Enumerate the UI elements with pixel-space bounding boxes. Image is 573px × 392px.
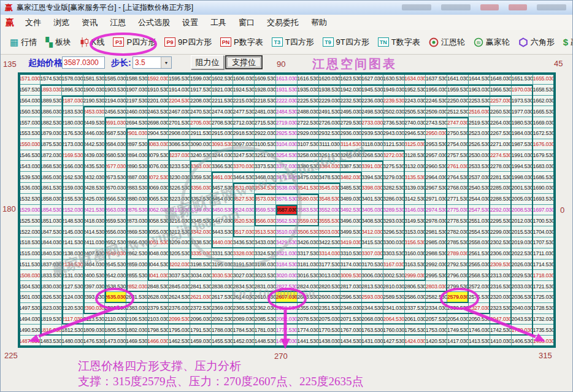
toolbar-button-8[interactable]: T99T四方形 — [318, 34, 374, 50]
menu-item-3[interactable]: 资讯 — [75, 15, 104, 30]
step-select[interactable]: 3.5 ▼ — [133, 56, 172, 69]
grid-cell: 2460.030 — [126, 106, 148, 117]
grid-cell: 2152.030 — [62, 205, 83, 216]
grid-cell: 2670.030 — [105, 183, 126, 194]
grid-cell: 1679.530 — [533, 150, 555, 161]
grid-cell: 1469.530 — [126, 336, 148, 347]
toolbar-button-11[interactable]: Bi赢家轮 — [469, 34, 514, 50]
support-button[interactable]: 支撑位 — [225, 55, 263, 69]
grid-cell: 2211.530 — [212, 96, 233, 107]
grid-cell: 3401.530 — [362, 194, 383, 205]
toolbar-button-13[interactable]: $赢家服务 — [559, 34, 573, 50]
grid-cell: 3387.530 — [340, 161, 362, 172]
menu-item-4[interactable]: 江恩 — [104, 15, 132, 30]
grid-cell: 2624.530 — [169, 292, 190, 303]
grid-cell: 1984.030 — [512, 128, 533, 139]
grid-cell: 1648.030 — [490, 74, 512, 85]
menu-item-2[interactable]: 浏览 — [47, 15, 75, 30]
grid-cell: 3160.030 — [405, 248, 426, 259]
grid-cell: 1686.530 — [533, 172, 555, 183]
grid-cell: 3044.530 — [148, 259, 169, 271]
menu-item-1[interactable]: 文件 — [19, 15, 47, 30]
grid-cell: 2841.530 — [190, 281, 212, 292]
grid-cell: 3048.030 — [148, 248, 169, 259]
chevron-down-icon[interactable]: ▼ — [161, 57, 171, 68]
grid-cell: 1998.030 — [512, 172, 533, 183]
grid-cell: 2446.030 — [83, 128, 105, 139]
grid-cell: 2033.030 — [512, 281, 533, 292]
support-resistance-cell: 2607.030 — [276, 292, 298, 303]
toolbar-button-7[interactable]: T3T四方形 — [267, 34, 318, 50]
svg-text:Bi: Bi — [477, 40, 481, 45]
grid-cell: 3506.530 — [298, 226, 319, 237]
grid-cell: 2540.530 — [469, 183, 490, 194]
grid-cell: 2813.530 — [362, 281, 383, 292]
grid-cell: 2547.530 — [469, 205, 490, 216]
grid-cell: 2799.530 — [447, 281, 469, 292]
resistance-button[interactable]: 阻力位 — [191, 55, 224, 69]
grid-cell: 2061.030 — [405, 314, 426, 325]
grid-cell: 3363.030 — [190, 161, 212, 172]
grid-cell: 2852.030 — [126, 281, 148, 292]
toolbar-button-3[interactable]: K线 — [75, 34, 109, 50]
grid-cell: 2876.530 — [126, 205, 148, 216]
toolbar-button-6[interactable]: PNP数字表 — [216, 34, 267, 50]
menu-item-10[interactable]: 帮助 — [305, 15, 333, 30]
grid-cell: 1452.030 — [233, 336, 255, 347]
menu-item-9[interactable]: 交易委托 — [261, 15, 305, 30]
toolbar-button-label: T四方形 — [285, 37, 314, 48]
grid-cell: 3135.530 — [405, 172, 426, 183]
toolbar-button-2[interactable]: ▚板块 — [41, 34, 75, 50]
grid-cell: 3030.530 — [212, 270, 233, 281]
grid-cell: 3496.030 — [340, 215, 362, 226]
menu-item-7[interactable]: 工具 — [204, 15, 233, 30]
grid-cell: 2512.530 — [447, 106, 469, 117]
start-price-input[interactable] — [62, 56, 105, 69]
grid-cell: 3100.530 — [255, 139, 276, 150]
grid-cell: 1784.530 — [233, 325, 255, 336]
grid-cell: 2953.530 — [426, 139, 447, 150]
toolbar-button-5[interactable]: P99P四方形 — [160, 34, 216, 50]
toolbar-button-10[interactable]: 江恩轮 — [425, 34, 469, 50]
grid-cell: 2526.530 — [469, 139, 490, 150]
toolbar-button-4[interactable]: P3P四方形 — [109, 34, 160, 50]
grid-cell: 3090.030 — [190, 139, 212, 150]
toolbar-button-12[interactable]: 六角形 — [514, 34, 559, 50]
grid-cell: 3198.530 — [190, 259, 212, 271]
toolbar-button-9[interactable]: TNT数字表 — [374, 34, 425, 50]
grid-cell: 2628.030 — [148, 292, 169, 303]
grid-cell: 2638.530 — [105, 281, 126, 292]
menu-item-5[interactable]: 公式选股 — [132, 15, 176, 30]
grid-cell: 2092.530 — [212, 314, 233, 325]
chart-heading: 江恩空间图表 — [312, 56, 397, 72]
grid-cell: 3121.530 — [383, 139, 405, 150]
grid-cell: 2425.030 — [83, 194, 105, 205]
grid-cell: 2145.030 — [62, 226, 83, 237]
grid-cell: 1557.030 — [19, 117, 40, 128]
menu-item-6[interactable]: 设置 — [176, 15, 204, 30]
grid-cell: 1711.030 — [533, 248, 555, 259]
grid-cell: 2131.030 — [62, 270, 83, 281]
support-resistance-cell: 2579.030 — [447, 292, 469, 303]
grid-cell: 2169.530 — [62, 150, 83, 161]
grid-cell: 1585.030 — [105, 74, 126, 85]
grid-cell: 2666.530 — [105, 194, 126, 205]
grid-cell: 2281.530 — [490, 172, 512, 183]
grid-cell: 2820.530 — [319, 281, 340, 292]
grid-cell: 2722.530 — [298, 117, 319, 128]
grid-cell: 1543.030 — [19, 161, 40, 172]
grid-cell: 2827.530 — [276, 281, 298, 292]
grid-cell: 2393.530 — [83, 292, 105, 303]
grid-cell: 1487.030 — [19, 336, 40, 347]
grid-cell: 2470.530 — [190, 106, 212, 117]
grid-cell: 2411.030 — [83, 237, 105, 248]
market-grid-icon: ▦ — [10, 37, 18, 47]
grid-cell: 2183.530 — [62, 106, 83, 117]
grid-cell: 2463.530 — [148, 106, 169, 117]
grid-cell: 2911.530 — [190, 128, 212, 139]
menu-item-8[interactable]: 窗口 — [233, 15, 261, 30]
grid-cell: 3520.530 — [233, 215, 255, 226]
grid-cell: 3219.530 — [169, 205, 190, 216]
toolbar-button-1[interactable]: ▦行情 — [6, 34, 41, 50]
grid-cell: 1616.530 — [298, 74, 319, 85]
